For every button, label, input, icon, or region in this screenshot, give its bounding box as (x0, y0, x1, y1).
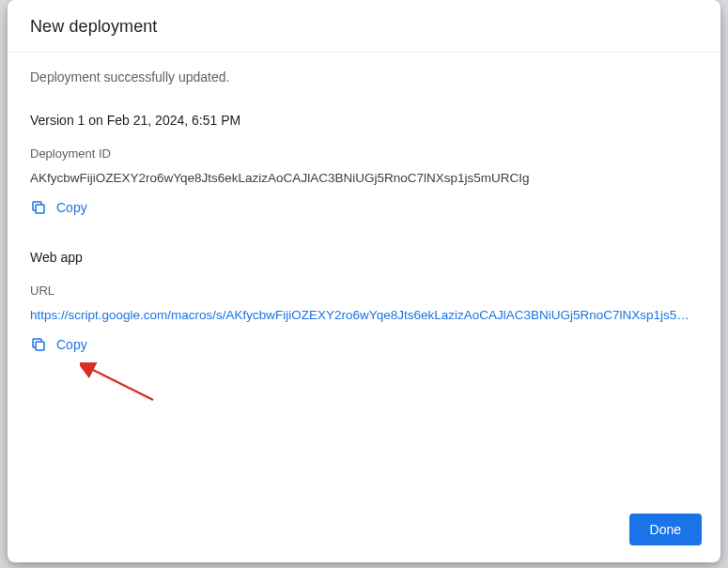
copy-deployment-id-button[interactable]: Copy (30, 199, 87, 216)
status-message: Deployment successfully updated. (30, 69, 698, 84)
dialog-title: New deployment (30, 17, 698, 37)
deployment-id-label: Deployment ID (30, 146, 698, 161)
deployment-dialog: New deployment Deployment successfully u… (8, 0, 720, 562)
copy-label: Copy (56, 200, 87, 215)
copy-icon (30, 199, 47, 216)
deployment-id-value: AKfycbwFijiOZEXY2ro6wYqe8Jts6ekLazizAoCA… (30, 170, 698, 188)
copy-label: Copy (56, 337, 87, 352)
version-info: Version 1 on Feb 21, 2024, 6:51 PM (30, 113, 698, 128)
dialog-body: Deployment successfully updated. Version… (8, 53, 720, 500)
done-button[interactable]: Done (629, 514, 702, 545)
dialog-footer: Done (8, 500, 720, 562)
svg-rect-1 (36, 342, 44, 350)
webapp-url-link[interactable]: https://script.google.com/macros/s/AKfyc… (30, 307, 698, 325)
dialog-header: New deployment (8, 0, 720, 53)
url-label: URL (30, 284, 698, 298)
webapp-heading: Web app (30, 250, 698, 265)
copy-icon (30, 336, 47, 353)
copy-url-button[interactable]: Copy (30, 336, 87, 353)
svg-rect-0 (36, 205, 44, 213)
